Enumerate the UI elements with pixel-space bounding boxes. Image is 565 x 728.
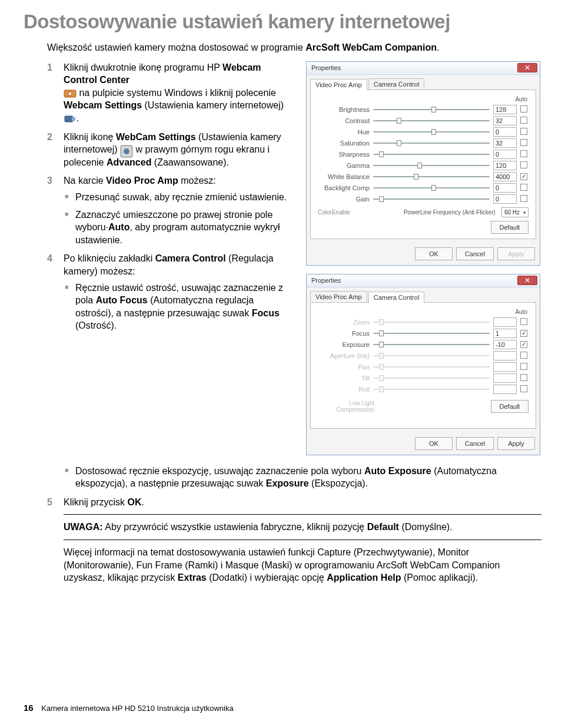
- auto-checkbox[interactable]: [520, 363, 527, 370]
- property-row: Zoom: [315, 317, 531, 328]
- property-row: Tilt: [315, 373, 531, 384]
- property-label: Pan: [315, 363, 373, 370]
- auto-checkbox[interactable]: [520, 318, 527, 325]
- property-slider[interactable]: [373, 173, 490, 181]
- property-label: Exposure: [315, 341, 373, 348]
- property-value[interactable]: 32: [493, 138, 517, 148]
- property-value[interactable]: [493, 351, 517, 360]
- property-value[interactable]: [493, 317, 517, 327]
- property-value[interactable]: 0: [493, 194, 517, 204]
- webcam-settings-square-icon: [120, 145, 133, 155]
- property-label: Zoom: [315, 319, 373, 326]
- auto-checkbox[interactable]: [520, 128, 527, 135]
- property-slider[interactable]: [373, 105, 490, 114]
- property-row: Aperture (Iris): [315, 350, 531, 362]
- content-body: Większość ustawień kamery można dostosow…: [47, 41, 541, 584]
- auto-checkbox[interactable]: [520, 184, 527, 191]
- tab-video-proc-amp[interactable]: Video Proc Amp: [310, 291, 367, 302]
- default-button[interactable]: Default: [491, 400, 529, 413]
- step2-b1: WebCam Settings: [116, 132, 196, 142]
- auto-checkbox[interactable]: [520, 341, 527, 348]
- note-d: (Domyślne).: [399, 522, 453, 532]
- property-slider[interactable]: [373, 117, 490, 125]
- close-button[interactable]: ✕: [517, 276, 537, 285]
- auto-checkbox[interactable]: [520, 117, 527, 124]
- auto-checkbox[interactable]: [520, 173, 527, 180]
- step3-sub1: Przesunąć suwak, aby ręcznie zmienić ust…: [64, 191, 294, 204]
- property-value[interactable]: 1: [493, 329, 517, 338]
- step3-text-c: możesz:: [178, 176, 216, 186]
- property-label: White Balance: [315, 173, 373, 180]
- separator: [64, 514, 541, 515]
- property-row: Hue0: [315, 127, 531, 138]
- property-value[interactable]: 120: [493, 161, 517, 170]
- property-slider[interactable]: [373, 161, 490, 170]
- default-button[interactable]: Default: [491, 221, 529, 234]
- property-label: Hue: [315, 128, 373, 135]
- property-slider[interactable]: [373, 139, 490, 147]
- property-value[interactable]: 0: [493, 127, 517, 137]
- step1-b2: Webcam Settings: [64, 100, 142, 110]
- cancel-button[interactable]: Cancel: [456, 247, 494, 260]
- auto-checkbox[interactable]: [520, 105, 527, 112]
- apply-button[interactable]: Apply: [497, 437, 535, 450]
- auto-checkbox[interactable]: [520, 374, 527, 381]
- apply-button[interactable]: Apply: [497, 247, 535, 260]
- property-value[interactable]: 128: [493, 105, 517, 114]
- property-slider[interactable]: [373, 150, 490, 158]
- step2-text-a: Kliknij ikonę: [64, 132, 116, 142]
- property-row: White Balance4000: [315, 171, 531, 183]
- property-slider[interactable]: [373, 340, 490, 349]
- property-value[interactable]: [493, 385, 517, 394]
- note-c: Default: [367, 522, 399, 532]
- auto-checkbox[interactable]: [520, 330, 527, 337]
- s4s1-e: (Ostrość).: [75, 320, 117, 330]
- property-slider[interactable]: [373, 128, 490, 136]
- auto-checkbox[interactable]: [520, 161, 527, 168]
- s4s2-e: (Ekspozycja).: [309, 478, 368, 488]
- property-value[interactable]: -10: [493, 340, 517, 349]
- powerline-select[interactable]: 60 Hz: [501, 207, 529, 217]
- close-button[interactable]: ✕: [517, 63, 537, 72]
- auto-checkbox[interactable]: [520, 352, 527, 359]
- property-value[interactable]: [493, 373, 517, 383]
- tab-camera-control[interactable]: Camera Control: [368, 292, 425, 303]
- auto-checkbox[interactable]: [520, 139, 527, 146]
- auto-header: Auto: [315, 309, 531, 317]
- ok-button[interactable]: OK: [415, 437, 453, 450]
- step1-text-c: na pulpicie systemu Windows i kliknij po…: [79, 88, 275, 98]
- steps-list: 1 Kliknij dwukrotnie ikonę programu HP W…: [47, 61, 294, 332]
- step3-text-a: Na karcie: [64, 176, 106, 186]
- tab-video-proc-amp[interactable]: Video Proc Amp: [310, 79, 367, 90]
- property-label: Focus: [315, 330, 373, 337]
- property-slider[interactable]: [373, 329, 490, 337]
- page-title: Dostosowywanie ustawień kamery interneto…: [24, 11, 541, 33]
- property-row: Saturation32: [315, 138, 531, 149]
- property-value[interactable]: 0: [493, 183, 517, 193]
- ok-button[interactable]: OK: [415, 247, 453, 260]
- property-slider[interactable]: [373, 184, 490, 192]
- property-value[interactable]: 4000: [493, 172, 517, 181]
- dialog1-title: Properties: [311, 64, 341, 71]
- property-slider[interactable]: [373, 195, 490, 203]
- cancel-button[interactable]: Cancel: [456, 437, 494, 450]
- note-b: Aby przywrócić wszystkie ustawienia fabr…: [103, 522, 367, 532]
- property-label: Saturation: [315, 140, 373, 147]
- svg-point-1: [68, 92, 72, 95]
- more-c: (Dodatki) i wybierając opcję: [207, 573, 327, 583]
- auto-checkbox[interactable]: [520, 385, 527, 392]
- property-label: Aperture (Iris): [315, 352, 373, 359]
- auto-checkbox[interactable]: [520, 195, 527, 202]
- auto-checkbox[interactable]: [520, 150, 527, 157]
- property-value[interactable]: [493, 362, 517, 372]
- property-value[interactable]: 0: [493, 150, 517, 159]
- step3-sub2: Zaznaczyć umieszczone po prawej stronie …: [64, 209, 294, 247]
- property-value[interactable]: 32: [493, 116, 517, 125]
- step-2: 2 Kliknij ikonę WebCam Settings (Ustawie…: [47, 131, 294, 169]
- property-label: Roll: [315, 386, 373, 393]
- step5-a: Kliknij przycisk: [64, 497, 127, 507]
- footer-text: Kamera internetowa HP HD 5210 Instrukcja…: [41, 704, 233, 713]
- step1-text-a: Kliknij dwukrotnie ikonę programu HP: [64, 62, 222, 72]
- svg-rect-2: [65, 116, 73, 122]
- tab-camera-control[interactable]: Camera Control: [368, 78, 425, 90]
